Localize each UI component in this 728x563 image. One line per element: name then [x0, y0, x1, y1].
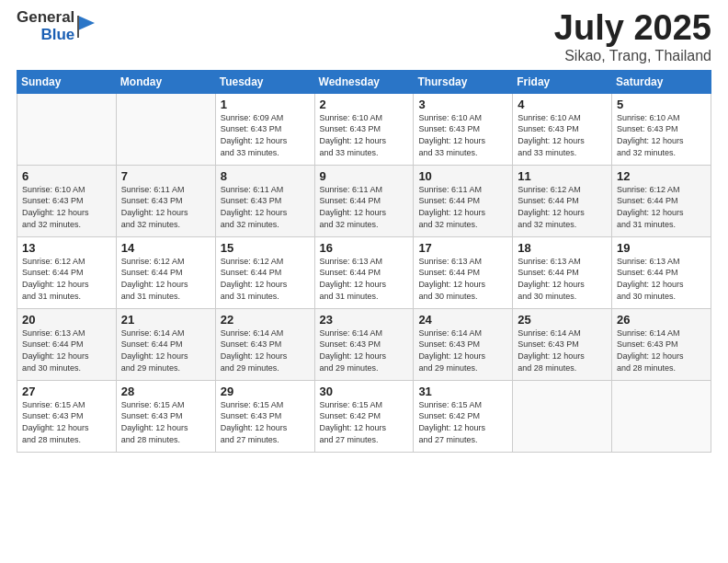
table-row: 22Sunrise: 6:14 AM Sunset: 6:43 PM Dayli… [215, 308, 314, 380]
table-row: 23Sunrise: 6:14 AM Sunset: 6:43 PM Dayli… [314, 308, 414, 380]
col-monday: Monday [116, 70, 215, 93]
table-row: 31Sunrise: 6:15 AM Sunset: 6:42 PM Dayli… [414, 380, 513, 452]
table-row [612, 380, 711, 452]
logo-flag-icon [76, 14, 97, 40]
day-number: 12 [617, 169, 706, 183]
day-number: 16 [320, 241, 409, 255]
table-row: 4Sunrise: 6:10 AM Sunset: 6:43 PM Daylig… [513, 93, 612, 165]
day-number: 6 [22, 169, 111, 183]
day-number: 5 [617, 98, 706, 111]
calendar-week-row: 20Sunrise: 6:13 AM Sunset: 6:44 PM Dayli… [17, 308, 711, 380]
col-wednesday: Wednesday [314, 70, 414, 93]
day-info: Sunrise: 6:13 AM Sunset: 6:44 PM Dayligh… [418, 256, 507, 302]
day-number: 24 [418, 313, 507, 327]
table-row: 27Sunrise: 6:15 AM Sunset: 6:43 PM Dayli… [17, 380, 117, 452]
day-number: 4 [518, 98, 607, 111]
day-info: Sunrise: 6:11 AM Sunset: 6:44 PM Dayligh… [418, 184, 507, 230]
day-info: Sunrise: 6:14 AM Sunset: 6:43 PM Dayligh… [617, 327, 706, 373]
day-info: Sunrise: 6:11 AM Sunset: 6:43 PM Dayligh… [121, 184, 210, 230]
day-number: 21 [121, 313, 210, 327]
day-info: Sunrise: 6:13 AM Sunset: 6:44 PM Dayligh… [320, 256, 409, 302]
day-number: 27 [22, 385, 111, 398]
page-header: General Blue July 2025 Sikao, Trang, Tha… [17, 9, 711, 64]
calendar-subtitle: Sikao, Trang, Thailand [554, 48, 711, 64]
calendar-week-row: 27Sunrise: 6:15 AM Sunset: 6:43 PM Dayli… [17, 380, 711, 452]
table-row: 24Sunrise: 6:14 AM Sunset: 6:43 PM Dayli… [414, 308, 513, 380]
day-number: 23 [320, 313, 409, 327]
day-info: Sunrise: 6:14 AM Sunset: 6:44 PM Dayligh… [121, 327, 210, 373]
col-saturday: Saturday [612, 70, 711, 93]
table-row: 28Sunrise: 6:15 AM Sunset: 6:43 PM Dayli… [116, 380, 215, 452]
day-number: 14 [121, 241, 210, 255]
svg-marker-0 [78, 16, 95, 30]
day-number: 22 [221, 313, 310, 327]
day-info: Sunrise: 6:10 AM Sunset: 6:43 PM Dayligh… [320, 112, 409, 158]
day-number: 31 [418, 385, 507, 398]
logo: General Blue [17, 9, 97, 43]
day-number: 17 [418, 241, 507, 255]
calendar-week-row: 13Sunrise: 6:12 AM Sunset: 6:44 PM Dayli… [17, 236, 711, 308]
table-row: 17Sunrise: 6:13 AM Sunset: 6:44 PM Dayli… [414, 236, 513, 308]
day-info: Sunrise: 6:10 AM Sunset: 6:43 PM Dayligh… [518, 112, 607, 158]
table-row [513, 380, 612, 452]
day-info: Sunrise: 6:15 AM Sunset: 6:42 PM Dayligh… [320, 399, 409, 445]
day-number: 2 [320, 98, 409, 111]
day-number: 18 [518, 241, 607, 255]
day-info: Sunrise: 6:15 AM Sunset: 6:43 PM Dayligh… [121, 399, 210, 445]
day-number: 26 [617, 313, 706, 327]
table-row: 9Sunrise: 6:11 AM Sunset: 6:44 PM Daylig… [314, 165, 414, 236]
day-info: Sunrise: 6:13 AM Sunset: 6:44 PM Dayligh… [617, 256, 706, 302]
day-info: Sunrise: 6:12 AM Sunset: 6:44 PM Dayligh… [22, 256, 111, 302]
logo-blue-text: Blue [40, 27, 74, 44]
table-row: 14Sunrise: 6:12 AM Sunset: 6:44 PM Dayli… [116, 236, 215, 308]
day-info: Sunrise: 6:13 AM Sunset: 6:44 PM Dayligh… [518, 256, 607, 302]
calendar-header-row: Sunday Monday Tuesday Wednesday Thursday… [17, 70, 711, 93]
day-info: Sunrise: 6:15 AM Sunset: 6:43 PM Dayligh… [221, 399, 310, 445]
day-info: Sunrise: 6:10 AM Sunset: 6:43 PM Dayligh… [22, 184, 111, 230]
day-number: 11 [518, 169, 607, 183]
day-number: 28 [121, 385, 210, 398]
day-info: Sunrise: 6:14 AM Sunset: 6:43 PM Dayligh… [518, 327, 607, 373]
day-info: Sunrise: 6:14 AM Sunset: 6:43 PM Dayligh… [418, 327, 507, 373]
table-row: 12Sunrise: 6:12 AM Sunset: 6:44 PM Dayli… [612, 165, 711, 236]
day-info: Sunrise: 6:10 AM Sunset: 6:43 PM Dayligh… [418, 112, 507, 158]
day-number: 10 [418, 169, 507, 183]
day-number: 20 [22, 313, 111, 327]
table-row: 3Sunrise: 6:10 AM Sunset: 6:43 PM Daylig… [414, 93, 513, 165]
table-row: 20Sunrise: 6:13 AM Sunset: 6:44 PM Dayli… [17, 308, 117, 380]
day-info: Sunrise: 6:12 AM Sunset: 6:44 PM Dayligh… [518, 184, 607, 230]
table-row: 15Sunrise: 6:12 AM Sunset: 6:44 PM Dayli… [215, 236, 314, 308]
day-info: Sunrise: 6:15 AM Sunset: 6:43 PM Dayligh… [22, 399, 111, 445]
table-row: 6Sunrise: 6:10 AM Sunset: 6:43 PM Daylig… [17, 165, 117, 236]
title-block: July 2025 Sikao, Trang, Thailand [554, 9, 711, 64]
table-row: 18Sunrise: 6:13 AM Sunset: 6:44 PM Dayli… [513, 236, 612, 308]
table-row: 13Sunrise: 6:12 AM Sunset: 6:44 PM Dayli… [17, 236, 117, 308]
calendar-title: July 2025 [554, 9, 711, 48]
day-number: 15 [221, 241, 310, 255]
day-info: Sunrise: 6:15 AM Sunset: 6:42 PM Dayligh… [418, 399, 507, 445]
day-number: 1 [221, 98, 310, 111]
table-row: 21Sunrise: 6:14 AM Sunset: 6:44 PM Dayli… [116, 308, 215, 380]
table-row: 10Sunrise: 6:11 AM Sunset: 6:44 PM Dayli… [414, 165, 513, 236]
logo-general-text: General [17, 9, 74, 27]
day-number: 29 [221, 385, 310, 398]
calendar-week-row: 1Sunrise: 6:09 AM Sunset: 6:43 PM Daylig… [17, 93, 711, 165]
day-info: Sunrise: 6:12 AM Sunset: 6:44 PM Dayligh… [121, 256, 210, 302]
table-row: 29Sunrise: 6:15 AM Sunset: 6:43 PM Dayli… [215, 380, 314, 452]
table-row: 26Sunrise: 6:14 AM Sunset: 6:43 PM Dayli… [612, 308, 711, 380]
day-number: 8 [221, 169, 310, 183]
table-row: 7Sunrise: 6:11 AM Sunset: 6:43 PM Daylig… [116, 165, 215, 236]
day-info: Sunrise: 6:10 AM Sunset: 6:43 PM Dayligh… [617, 112, 706, 158]
table-row: 8Sunrise: 6:11 AM Sunset: 6:43 PM Daylig… [215, 165, 314, 236]
day-number: 3 [418, 98, 507, 111]
day-number: 25 [518, 313, 607, 327]
day-info: Sunrise: 6:11 AM Sunset: 6:43 PM Dayligh… [221, 184, 310, 230]
day-number: 9 [320, 169, 409, 183]
table-row: 16Sunrise: 6:13 AM Sunset: 6:44 PM Dayli… [314, 236, 414, 308]
table-row: 25Sunrise: 6:14 AM Sunset: 6:43 PM Dayli… [513, 308, 612, 380]
col-sunday: Sunday [17, 70, 117, 93]
col-friday: Friday [513, 70, 612, 93]
day-number: 13 [22, 241, 111, 255]
day-info: Sunrise: 6:13 AM Sunset: 6:44 PM Dayligh… [22, 327, 111, 373]
day-number: 19 [617, 241, 706, 255]
